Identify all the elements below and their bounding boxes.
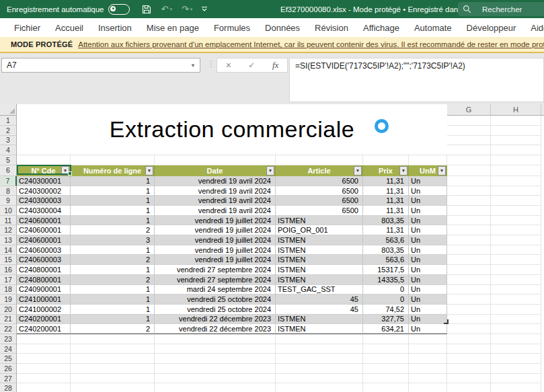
table-cell[interactable]: vendredi 19 juillet 2024 — [155, 245, 276, 256]
grid-cell[interactable] — [491, 245, 541, 256]
table-cell[interactable]: 11,31 — [363, 206, 409, 216]
grid-cell[interactable] — [447, 145, 491, 155]
grid-cell[interactable] — [447, 155, 491, 165]
row-header-10[interactable]: 10 — [0, 206, 17, 216]
table-cell[interactable]: 2 — [71, 275, 155, 285]
table-cell[interactable]: 45 — [276, 295, 363, 305]
grid-cell[interactable] — [491, 295, 541, 305]
grid-cell[interactable] — [491, 165, 541, 176]
row-header-12[interactable]: 12 — [0, 225, 17, 235]
table-cell[interactable]: Un — [409, 196, 447, 206]
row-header-18[interactable]: 18 — [0, 285, 17, 295]
row-header-19[interactable]: 19 — [0, 295, 17, 305]
row-header-15[interactable]: 15 — [0, 255, 17, 265]
grid-cell[interactable] — [491, 285, 541, 295]
table-cell[interactable]: 11,31 — [363, 186, 409, 196]
grid-cell[interactable] — [491, 255, 541, 265]
table-cell[interactable]: vendredi 19 juillet 2024 — [155, 255, 276, 265]
name-box[interactable]: A7 ▼ — [1, 58, 200, 73]
grid-cell[interactable] — [276, 364, 363, 374]
grid-cell[interactable] — [17, 344, 71, 354]
grid-cell[interactable] — [17, 364, 71, 374]
table-cell[interactable]: vendredi 27 septembre 2024 — [155, 275, 276, 285]
grid-cell[interactable] — [447, 255, 491, 265]
table-cell[interactable]: C240600001 — [17, 235, 71, 245]
table-cell[interactable]: Un — [409, 186, 447, 196]
grid-cell[interactable] — [491, 186, 541, 196]
table-cell[interactable]: C240200001 — [17, 324, 71, 334]
table-resize-handle[interactable] — [444, 319, 449, 324]
formula-input[interactable]: =SI(ESTVIDE('7173C5IP'!A2);"";'7173C5IP'… — [289, 58, 544, 102]
table-cell[interactable]: TEST_GAC_SST — [276, 285, 363, 295]
name-box-dropdown-icon[interactable]: ▼ — [190, 63, 196, 69]
grid-cell[interactable] — [491, 225, 541, 235]
grid-cell[interactable] — [363, 364, 409, 374]
ribbon-tab-aide[interactable]: Aide — [523, 23, 544, 33]
table-cell[interactable]: ISTMEN — [276, 255, 363, 265]
table-cell[interactable]: 3 — [71, 235, 155, 245]
table-cell[interactable]: C240600003 — [17, 255, 71, 265]
grid-cell[interactable] — [409, 334, 447, 344]
table-cell[interactable]: 45 — [276, 305, 363, 315]
insert-function-icon[interactable]: fx — [272, 60, 278, 71]
table-cell[interactable]: Un — [409, 315, 447, 325]
grid-cell[interactable] — [276, 344, 363, 354]
grid-cell[interactable] — [447, 225, 491, 235]
grid-cell[interactable] — [491, 334, 541, 344]
table-cell[interactable]: Un — [409, 324, 447, 334]
grid-cell[interactable] — [363, 334, 409, 344]
table-cell[interactable]: Un — [409, 206, 447, 216]
grid-cell[interactable] — [155, 374, 276, 384]
grid-cell[interactable] — [447, 305, 491, 315]
grid-cell[interactable] — [155, 383, 276, 392]
row-header-21[interactable]: 21 — [0, 315, 17, 325]
grid-cell[interactable] — [409, 383, 447, 392]
grid-cell[interactable] — [491, 116, 541, 126]
grid-cell[interactable] — [491, 315, 541, 325]
table-cell[interactable]: C240300001 — [17, 176, 71, 186]
row-header-14[interactable]: 14 — [0, 245, 17, 256]
cancel-entry-icon[interactable]: × — [226, 60, 231, 71]
ribbon-tab-mise-en-page[interactable]: Mise en page — [139, 23, 206, 33]
table-cell[interactable]: C240600001 — [17, 216, 71, 226]
grid-cell[interactable] — [71, 383, 155, 392]
filter-dropdown-button[interactable]: ▼ — [354, 166, 362, 175]
table-cell[interactable]: 6500 — [276, 186, 363, 196]
row-header-4[interactable]: 4 — [0, 145, 17, 155]
grid-cell[interactable] — [491, 364, 541, 374]
grid-cell[interactable] — [17, 354, 71, 364]
protected-mode-message-link[interactable]: Attention aux fichiers provenant d'un em… — [78, 40, 544, 48]
table-cell[interactable]: 1 — [71, 186, 155, 196]
row-header-1[interactable]: 1 — [0, 116, 17, 126]
autosave-control[interactable]: Enregistrement automatique — [7, 4, 130, 15]
table-cell[interactable]: C240600003 — [17, 245, 71, 256]
row-header-20[interactable]: 20 — [0, 305, 17, 315]
ribbon-tab-d-veloppeur[interactable]: Développeur — [459, 23, 524, 33]
table-cell[interactable]: 6500 — [276, 176, 363, 186]
grid-cell[interactable] — [276, 334, 363, 344]
table-header-prix[interactable]: Prix▼ — [363, 165, 409, 176]
ribbon-tab-insertion[interactable]: Insertion — [91, 23, 139, 33]
grid-cell[interactable] — [409, 155, 447, 165]
grid-cell[interactable] — [71, 354, 155, 364]
grid-cell[interactable] — [491, 155, 541, 165]
grid-cell[interactable] — [491, 374, 541, 384]
table-cell[interactable]: Un — [409, 305, 447, 315]
grid-cell[interactable] — [155, 354, 276, 364]
filter-dropdown-button[interactable]: ▼ — [145, 166, 153, 175]
grid-cell[interactable] — [491, 275, 541, 285]
table-cell[interactable]: C240900001 — [17, 285, 71, 295]
row-header-11[interactable]: 11 — [0, 216, 17, 226]
table-cell[interactable]: 1 — [71, 285, 155, 295]
ribbon-tab-fichier[interactable]: Fichier — [7, 23, 48, 33]
grid-cell[interactable] — [363, 383, 409, 392]
grid-cell[interactable] — [447, 265, 491, 275]
row-header-27[interactable]: 27 — [0, 374, 17, 384]
table-cell[interactable]: 6500 — [276, 196, 363, 206]
grid-cell[interactable] — [17, 155, 71, 165]
grid-cell[interactable] — [17, 334, 71, 344]
grid-cell[interactable] — [409, 354, 447, 364]
grid-cell[interactable] — [17, 383, 71, 392]
table-cell[interactable]: 74,52 — [363, 305, 409, 315]
grid-cell[interactable] — [363, 354, 409, 364]
